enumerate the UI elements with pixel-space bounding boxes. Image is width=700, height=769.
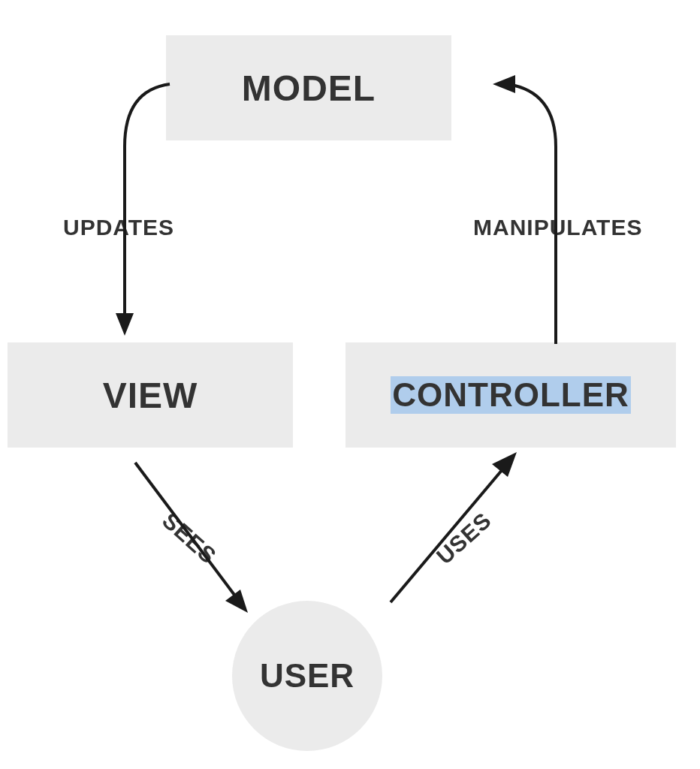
svg-marker-1	[493, 75, 515, 93]
view-label: VIEW	[103, 375, 198, 416]
view-node: VIEW	[8, 342, 293, 448]
controller-label: CONTROLLER	[391, 376, 631, 414]
svg-marker-5	[492, 452, 517, 477]
model-node: MODEL	[166, 35, 451, 140]
sees-edge-label: SEES	[157, 508, 221, 569]
controller-node: CONTROLLER	[345, 342, 676, 448]
user-label: USER	[260, 657, 355, 695]
svg-marker-3	[225, 590, 248, 613]
svg-line-4	[391, 464, 507, 602]
model-label: MODEL	[242, 68, 376, 109]
svg-marker-0	[116, 313, 134, 336]
manipulates-edge-label: MANIPULATES	[473, 215, 642, 240]
uses-edge-label: USES	[432, 508, 496, 570]
updates-edge-label: UPDATES	[63, 215, 174, 240]
user-node: USER	[232, 601, 382, 751]
